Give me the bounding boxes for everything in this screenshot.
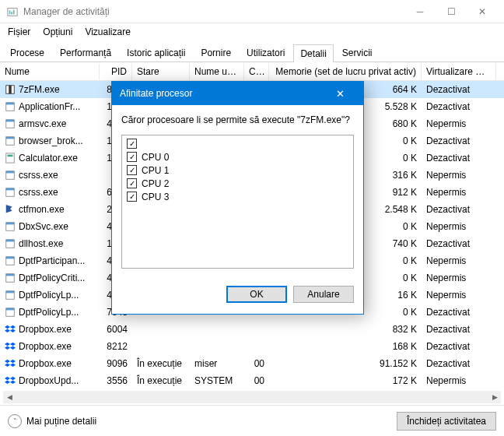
- col-cpu[interactable]: CPU: [244, 64, 269, 79]
- col-pid[interactable]: PID: [100, 64, 132, 79]
- svg-rect-9: [6, 120, 15, 122]
- cell-mem: 168 K: [269, 339, 422, 353]
- cell-stare: În execuție: [132, 374, 190, 388]
- tab-pornire[interactable]: Pornire: [194, 44, 238, 62]
- dialog-close-icon[interactable]: ✕: [324, 88, 355, 100]
- process-icon: [5, 375, 16, 386]
- cell-virt: Dezactivat: [422, 100, 496, 114]
- cell-virt: Dezactivat: [422, 83, 496, 97]
- cell-virt: Dezactivat: [422, 357, 496, 371]
- process-icon: [5, 307, 16, 318]
- ok-button[interactable]: OK: [226, 286, 287, 303]
- cell-virt: Nepermis: [422, 254, 496, 268]
- cpu-checkbox-item[interactable]: ✓CPU 2: [124, 177, 352, 190]
- menu-view[interactable]: Vizualizare: [80, 25, 135, 39]
- svg-rect-13: [8, 155, 13, 157]
- process-name: DptfPolicyLp...: [19, 290, 79, 301]
- cell-virt: Nepermis: [422, 288, 496, 302]
- svg-rect-15: [6, 171, 15, 174]
- col-mem[interactable]: Memorie (set de lucru privat activ): [269, 64, 422, 79]
- menu-options[interactable]: Opțiuni: [38, 25, 77, 39]
- cell-cpu: [244, 345, 269, 348]
- cell-mem: 91.152 K: [269, 357, 422, 371]
- svg-rect-23: [6, 257, 15, 259]
- tab-detalii[interactable]: Detalii: [293, 44, 333, 62]
- maximize-button[interactable]: ☐: [436, 0, 467, 23]
- cell-cpu: 00: [244, 357, 269, 371]
- process-name: ApplicationFr...: [19, 101, 80, 112]
- cpu-checkbox-item[interactable]: ✓CPU 3: [124, 190, 352, 203]
- cpu-checkbox-item[interactable]: ✓: [124, 137, 352, 150]
- table-row[interactable]: DropboxUpd...3556În execuțieSYSTEM00172 …: [0, 372, 504, 389]
- checkbox-icon[interactable]: ✓: [127, 178, 137, 188]
- cell-virt: Nepermis: [422, 168, 496, 182]
- menu-file[interactable]: Fișier: [3, 25, 35, 39]
- app-icon: [6, 5, 19, 18]
- tab-procese[interactable]: Procese: [3, 44, 51, 62]
- cancel-button[interactable]: Anulare: [293, 286, 354, 303]
- cell-pid: 3556: [100, 374, 132, 388]
- cell-virt: Nepermis: [422, 220, 496, 234]
- checkbox-icon[interactable]: ✓: [127, 192, 137, 202]
- process-icon: [5, 238, 16, 249]
- cell-cpu: 00: [244, 374, 269, 388]
- cpu-label: CPU 3: [142, 192, 169, 202]
- col-virt[interactable]: Virtualizare UAC: [422, 64, 496, 79]
- process-icon: [5, 153, 16, 164]
- col-stare[interactable]: Stare: [132, 64, 190, 79]
- svg-rect-2: [11, 12, 12, 15]
- process-name: csrss.exe: [19, 187, 58, 198]
- minimize-button[interactable]: ─: [404, 0, 436, 23]
- process-name: DropboxUpd...: [19, 375, 79, 386]
- svg-rect-3: [13, 9, 15, 14]
- horizontal-scrollbar[interactable]: ◀ ▶: [3, 391, 501, 403]
- tab-performanță[interactable]: Performanță: [53, 44, 118, 62]
- svg-rect-25: [6, 274, 15, 276]
- cell-virt: Dezactivat: [422, 322, 496, 336]
- cell-user: miser: [190, 357, 244, 371]
- cell-virt: Nepermis: [422, 271, 496, 285]
- col-name[interactable]: Nume: [0, 64, 100, 79]
- close-button[interactable]: ✕: [467, 0, 498, 23]
- checkbox-icon[interactable]: ✓: [127, 152, 137, 162]
- dialog-titlebar[interactable]: Afinitate procesor ✕: [112, 82, 363, 105]
- checkbox-icon[interactable]: ✓: [127, 139, 137, 149]
- cell-user: SYSTEM: [190, 374, 244, 388]
- process-name: dllhost.exe: [19, 238, 63, 249]
- svg-rect-21: [6, 240, 15, 242]
- table-row[interactable]: Dropbox.exe9096În execuțiemiser0091.152 …: [0, 355, 504, 372]
- dialog-title: Afinitate procesor: [120, 88, 192, 99]
- svg-rect-5: [9, 86, 12, 94]
- process-name: DptfPolicyCriti...: [19, 272, 85, 283]
- cell-virt: Nepermis: [422, 185, 496, 199]
- svg-rect-29: [6, 308, 15, 311]
- process-name: DbxSvc.exe: [19, 221, 68, 232]
- process-name: armsvc.exe: [19, 118, 66, 129]
- cpu-list: ✓✓CPU 0✓CPU 1✓CPU 2✓CPU 3: [121, 135, 354, 269]
- process-icon: [5, 272, 16, 283]
- scroll-left-icon[interactable]: ◀: [3, 391, 16, 403]
- col-user[interactable]: Nume utilizator: [190, 64, 244, 79]
- tab-utilizatori[interactable]: Utilizatori: [240, 44, 292, 62]
- process-name: Dropbox.exe: [19, 341, 72, 352]
- footer: ˄ Mai puține detalii Închideți activitat…: [0, 405, 504, 436]
- cpu-checkbox-item[interactable]: ✓CPU 0: [124, 150, 352, 164]
- process-name: Dropbox.exe: [19, 358, 72, 369]
- end-task-button[interactable]: Închideți activitatea: [397, 412, 496, 431]
- process-icon: [5, 221, 16, 232]
- tab-istoric aplicații[interactable]: Istoric aplicații: [120, 44, 192, 62]
- table-row[interactable]: Dropbox.exe8212168 KDezactivat: [0, 338, 504, 355]
- table-header: Nume PID Stare Nume utilizator CPU Memor…: [0, 62, 504, 81]
- svg-rect-7: [6, 103, 15, 105]
- table-row[interactable]: Dropbox.exe6004832 KDezactivat: [0, 321, 504, 338]
- cpu-label: CPU 1: [142, 165, 169, 176]
- scroll-right-icon[interactable]: ▶: [488, 391, 501, 403]
- tab-servicii[interactable]: Servicii: [335, 44, 380, 62]
- checkbox-icon[interactable]: ✓: [127, 165, 137, 175]
- window-title: Manager de activități: [23, 6, 404, 17]
- cell-virt: Nepermis: [422, 117, 496, 131]
- process-icon: [5, 170, 16, 181]
- process-name: csrss.exe: [19, 170, 58, 181]
- fewer-details-link[interactable]: ˄ Mai puține detalii: [8, 414, 96, 428]
- cpu-checkbox-item[interactable]: ✓CPU 1: [124, 164, 352, 177]
